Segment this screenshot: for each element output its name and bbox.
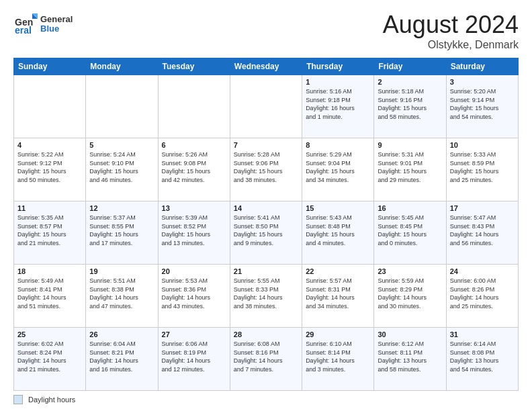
calendar-cell: 23Sunrise: 5:59 AM Sunset: 8:29 PM Dayli…	[374, 265, 446, 328]
col-header-thursday: Thursday	[302, 58, 374, 75]
day-number: 8	[306, 141, 370, 149]
day-number: 1	[306, 78, 370, 86]
day-info: Sunrise: 6:00 AM Sunset: 8:26 PM Dayligh…	[450, 277, 515, 310]
calendar-cell: 7Sunrise: 5:28 AM Sunset: 9:06 PM Daylig…	[230, 138, 302, 201]
day-info: Sunrise: 5:35 AM Sunset: 8:57 PM Dayligh…	[17, 214, 82, 247]
calendar-cell: 5Sunrise: 5:24 AM Sunset: 9:10 PM Daylig…	[86, 138, 158, 201]
day-info: Sunrise: 5:53 AM Sunset: 8:36 PM Dayligh…	[162, 277, 226, 310]
day-info: Sunrise: 5:55 AM Sunset: 8:33 PM Dayligh…	[234, 277, 298, 310]
logo-line2: Blue	[40, 24, 73, 34]
calendar-cell: 17Sunrise: 5:47 AM Sunset: 8:43 PM Dayli…	[446, 201, 518, 265]
daylight-legend-box	[13, 395, 23, 404]
footer: Daylight hours	[13, 395, 519, 404]
svg-text:eral: eral	[15, 25, 32, 35]
day-number: 25	[17, 330, 82, 338]
calendar-cell: 29Sunrise: 6:10 AM Sunset: 8:14 PM Dayli…	[302, 328, 374, 391]
day-number: 21	[234, 267, 298, 275]
day-number: 22	[306, 267, 370, 275]
calendar-header-row: SundayMondayTuesdayWednesdayThursdayFrid…	[14, 58, 519, 75]
day-number: 4	[17, 141, 82, 149]
calendar-cell: 18Sunrise: 5:49 AM Sunset: 8:41 PM Dayli…	[14, 265, 86, 328]
logo: Gen eral General Blue	[13, 11, 73, 38]
day-number: 18	[17, 267, 82, 275]
col-header-saturday: Saturday	[446, 58, 518, 75]
day-number: 3	[450, 78, 515, 86]
day-info: Sunrise: 6:08 AM Sunset: 8:16 PM Dayligh…	[234, 340, 298, 373]
day-number: 17	[450, 204, 515, 212]
day-info: Sunrise: 5:59 AM Sunset: 8:29 PM Dayligh…	[378, 277, 442, 310]
day-info: Sunrise: 5:18 AM Sunset: 9:16 PM Dayligh…	[378, 87, 442, 121]
calendar-cell: 4Sunrise: 5:22 AM Sunset: 9:12 PM Daylig…	[14, 138, 86, 201]
col-header-friday: Friday	[374, 58, 446, 75]
calendar-cell	[14, 75, 86, 138]
day-info: Sunrise: 5:49 AM Sunset: 8:41 PM Dayligh…	[17, 277, 82, 310]
month-year: August 2024	[383, 11, 519, 39]
day-info: Sunrise: 5:57 AM Sunset: 8:31 PM Dayligh…	[306, 277, 370, 310]
day-number: 9	[378, 141, 442, 149]
day-number: 6	[162, 141, 226, 149]
day-info: Sunrise: 5:28 AM Sunset: 9:06 PM Dayligh…	[234, 150, 298, 184]
calendar-table: SundayMondayTuesdayWednesdayThursdayFrid…	[13, 58, 519, 391]
day-number: 27	[162, 330, 226, 338]
day-info: Sunrise: 6:04 AM Sunset: 8:21 PM Dayligh…	[89, 340, 154, 373]
calendar-cell: 1Sunrise: 5:16 AM Sunset: 9:18 PM Daylig…	[302, 75, 374, 138]
calendar-cell: 3Sunrise: 5:20 AM Sunset: 9:14 PM Daylig…	[446, 75, 518, 138]
day-number: 10	[450, 141, 515, 149]
day-number: 23	[378, 267, 442, 275]
day-info: Sunrise: 6:12 AM Sunset: 8:11 PM Dayligh…	[378, 340, 442, 373]
day-number: 30	[378, 330, 442, 338]
day-info: Sunrise: 6:06 AM Sunset: 8:19 PM Dayligh…	[162, 340, 226, 373]
calendar-cell: 9Sunrise: 5:31 AM Sunset: 9:01 PM Daylig…	[374, 138, 446, 201]
day-number: 29	[306, 330, 370, 338]
day-info: Sunrise: 5:41 AM Sunset: 8:50 PM Dayligh…	[234, 214, 298, 247]
daylight-label: Daylight hours	[28, 396, 75, 404]
day-info: Sunrise: 5:26 AM Sunset: 9:08 PM Dayligh…	[162, 150, 226, 184]
calendar-cell: 31Sunrise: 6:14 AM Sunset: 8:08 PM Dayli…	[446, 328, 518, 391]
calendar-cell: 26Sunrise: 6:04 AM Sunset: 8:21 PM Dayli…	[86, 328, 158, 391]
day-info: Sunrise: 5:33 AM Sunset: 8:59 PM Dayligh…	[450, 150, 515, 184]
day-number: 26	[89, 330, 154, 338]
logo-line1: General	[40, 15, 73, 24]
calendar-cell: 11Sunrise: 5:35 AM Sunset: 8:57 PM Dayli…	[14, 201, 86, 265]
day-info: Sunrise: 5:39 AM Sunset: 8:52 PM Dayligh…	[162, 214, 226, 247]
day-info: Sunrise: 5:47 AM Sunset: 8:43 PM Dayligh…	[450, 214, 515, 247]
day-number: 28	[234, 330, 298, 338]
day-number: 5	[89, 141, 154, 149]
calendar-cell: 15Sunrise: 5:43 AM Sunset: 8:48 PM Dayli…	[302, 201, 374, 265]
calendar-week-5: 25Sunrise: 6:02 AM Sunset: 8:24 PM Dayli…	[14, 328, 519, 391]
day-number: 24	[450, 267, 515, 275]
day-info: Sunrise: 6:14 AM Sunset: 8:08 PM Dayligh…	[450, 340, 515, 373]
day-number: 14	[234, 204, 298, 212]
calendar-week-4: 18Sunrise: 5:49 AM Sunset: 8:41 PM Dayli…	[14, 265, 519, 328]
logo-text: General Blue	[40, 15, 73, 34]
day-number: 7	[234, 141, 298, 149]
calendar-cell	[158, 75, 230, 138]
calendar-cell: 13Sunrise: 5:39 AM Sunset: 8:52 PM Dayli…	[158, 201, 230, 265]
calendar-cell: 12Sunrise: 5:37 AM Sunset: 8:55 PM Dayli…	[86, 201, 158, 265]
day-info: Sunrise: 5:31 AM Sunset: 9:01 PM Dayligh…	[378, 150, 442, 184]
calendar-cell: 10Sunrise: 5:33 AM Sunset: 8:59 PM Dayli…	[446, 138, 518, 201]
title-block: August 2024 Olstykke, Denmark	[383, 11, 519, 51]
day-number: 31	[450, 330, 515, 338]
day-number: 11	[17, 204, 82, 212]
calendar-cell: 14Sunrise: 5:41 AM Sunset: 8:50 PM Dayli…	[230, 201, 302, 265]
page: Gen eral General Blue August 2024 Olstyk…	[0, 0, 532, 411]
calendar-cell	[230, 75, 302, 138]
header: Gen eral General Blue August 2024 Olstyk…	[13, 11, 519, 51]
location: Olstykke, Denmark	[383, 39, 519, 51]
day-number: 12	[89, 204, 154, 212]
col-header-monday: Monday	[86, 58, 158, 75]
calendar-cell: 8Sunrise: 5:29 AM Sunset: 9:04 PM Daylig…	[302, 138, 374, 201]
calendar-cell: 25Sunrise: 6:02 AM Sunset: 8:24 PM Dayli…	[14, 328, 86, 391]
calendar-cell: 16Sunrise: 5:45 AM Sunset: 8:45 PM Dayli…	[374, 201, 446, 265]
day-number: 16	[378, 204, 442, 212]
calendar-cell: 24Sunrise: 6:00 AM Sunset: 8:26 PM Dayli…	[446, 265, 518, 328]
calendar-cell: 19Sunrise: 5:51 AM Sunset: 8:38 PM Dayli…	[86, 265, 158, 328]
day-info: Sunrise: 6:10 AM Sunset: 8:14 PM Dayligh…	[306, 340, 370, 373]
calendar-cell: 22Sunrise: 5:57 AM Sunset: 8:31 PM Dayli…	[302, 265, 374, 328]
calendar-cell: 20Sunrise: 5:53 AM Sunset: 8:36 PM Dayli…	[158, 265, 230, 328]
calendar-cell: 2Sunrise: 5:18 AM Sunset: 9:16 PM Daylig…	[374, 75, 446, 138]
day-info: Sunrise: 5:24 AM Sunset: 9:10 PM Dayligh…	[89, 150, 154, 184]
calendar-cell: 21Sunrise: 5:55 AM Sunset: 8:33 PM Dayli…	[230, 265, 302, 328]
col-header-wednesday: Wednesday	[230, 58, 302, 75]
